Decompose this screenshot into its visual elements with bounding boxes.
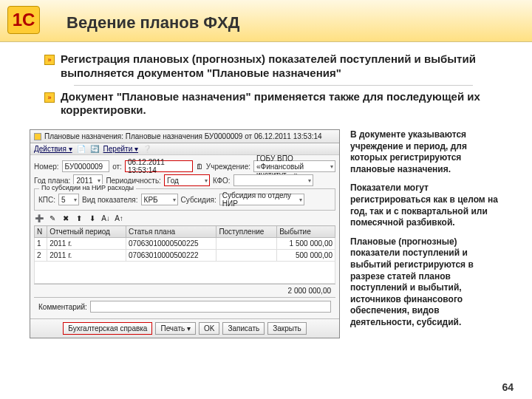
edit-icon[interactable]: ✎ bbox=[47, 213, 58, 223]
print-button[interactable]: Печать ▾ bbox=[155, 322, 196, 335]
bullet-text: Документ "Плановые назначения" применяет… bbox=[61, 90, 502, 118]
form-body: Номер: БУ0000009 от: 06.12.2011 13:53:14… bbox=[30, 155, 339, 318]
field-period[interactable]: Год bbox=[164, 174, 210, 186]
field-comment[interactable] bbox=[90, 301, 331, 313]
window: Плановые назначения: Плановые назначения… bbox=[30, 129, 340, 338]
window-titlebar: Плановые назначения: Плановые назначения… bbox=[30, 130, 339, 143]
table-row: 1 2011 г. 07063010000500225 1 500 000,00 bbox=[35, 238, 335, 250]
label-indicator: Вид показателя: bbox=[82, 196, 138, 204]
plan-table: N Отчетный период Статья плана Поступлен… bbox=[34, 225, 335, 284]
label-from: от: bbox=[112, 163, 122, 171]
side-notes: В документе указываются учреждение и пер… bbox=[350, 129, 505, 338]
table-toolbar: ➕ ✎ ✖ ⬆ ⬇ A↓ A↑ bbox=[34, 211, 335, 225]
up-icon[interactable]: ⬆ bbox=[74, 213, 84, 223]
delete-icon[interactable]: ✖ bbox=[61, 213, 71, 223]
logo-1c-icon: 1C bbox=[7, 6, 40, 34]
window-title: Плановые назначения: Плановые назначения… bbox=[44, 132, 322, 140]
footer-buttons: Бухгалтерская справка Печать ▾ OK Записа… bbox=[30, 318, 339, 338]
label-period: Периодичность: bbox=[106, 177, 161, 185]
side-p3: Плановые (прогнозные) показатели поступл… bbox=[350, 236, 505, 329]
table-row: 2 2011 г. 07063010000500222 500 000,00 bbox=[35, 250, 335, 262]
side-p2: Показатели могут регистрироваться как в … bbox=[350, 183, 505, 228]
label-org: Учреждение: bbox=[206, 163, 250, 171]
toolbar-icon[interactable]: 🔄 bbox=[90, 145, 99, 153]
label-kps: КПС: bbox=[38, 196, 55, 204]
field-indicator[interactable]: КРБ bbox=[141, 194, 178, 205]
group-title: По субсидии на НИР расходы bbox=[39, 184, 136, 191]
doc-icon bbox=[34, 133, 41, 140]
th-article[interactable]: Статья плана bbox=[126, 226, 216, 238]
th-income[interactable]: Поступление bbox=[216, 226, 277, 238]
table-total: 2 000 000,00 bbox=[34, 284, 335, 298]
logo: 1C bbox=[7, 6, 52, 38]
field-date[interactable]: 06.12.2011 13:53:14 bbox=[125, 160, 193, 172]
help-icon[interactable]: ❔ bbox=[143, 145, 151, 153]
app-screenshot: Плановые назначения: Плановые назначения… bbox=[30, 129, 340, 338]
page-number: 64 bbox=[502, 381, 514, 393]
page-title: Ведение планов ФХД bbox=[66, 4, 532, 38]
label-year: Год плана: bbox=[34, 177, 70, 185]
add-icon[interactable]: ➕ bbox=[34, 213, 44, 223]
calendar-icon[interactable]: 🗓 bbox=[196, 163, 203, 171]
save-button[interactable]: Записать bbox=[222, 322, 265, 335]
down-icon[interactable]: ⬇ bbox=[87, 213, 98, 223]
bullet-icon: » bbox=[44, 92, 55, 103]
bullet-text: Регистрация плановых (прогнозных) показа… bbox=[61, 52, 502, 81]
sort-icon[interactable]: A↑ bbox=[114, 213, 124, 223]
goto-menu[interactable]: Перейти ▾ bbox=[103, 145, 138, 153]
table-row bbox=[35, 262, 335, 284]
label-number: Номер: bbox=[34, 163, 59, 171]
th-n[interactable]: N bbox=[35, 226, 47, 238]
field-number[interactable]: БУ0000009 bbox=[62, 160, 110, 172]
th-outcome[interactable]: Выбытие bbox=[277, 226, 335, 238]
header: 1C Ведение планов ФХД bbox=[0, 0, 532, 42]
field-subsidy[interactable]: Субсидия по отделу НИР bbox=[219, 194, 304, 205]
label-comment: Комментарий: bbox=[38, 303, 87, 311]
group-subsidy: По субсидии на НИР расходы КПС: 5 Вид по… bbox=[34, 188, 335, 211]
bullet-list: » Регистрация плановых (прогнозных) пока… bbox=[0, 42, 532, 126]
label-kfo: КФО: bbox=[213, 177, 231, 185]
toolbar-icon[interactable]: 📄 bbox=[77, 145, 86, 153]
ok-button[interactable]: OK bbox=[199, 322, 219, 335]
close-button[interactable]: Закрыть bbox=[267, 322, 307, 335]
divider bbox=[74, 85, 473, 86]
side-p1: В документе указываются учреждение и пер… bbox=[350, 129, 505, 175]
sort-icon[interactable]: A↓ bbox=[100, 213, 111, 223]
label-subsidy: Субсидия: bbox=[181, 196, 216, 204]
actions-menu[interactable]: Действия ▾ bbox=[34, 145, 72, 153]
bullet-icon: » bbox=[44, 55, 55, 65]
field-kfo[interactable] bbox=[233, 174, 313, 186]
field-kps[interactable]: 5 bbox=[58, 194, 79, 205]
ref-button[interactable]: Бухгалтерская справка bbox=[63, 322, 152, 335]
th-period[interactable]: Отчетный период bbox=[47, 226, 126, 238]
field-org[interactable]: ГОБУ ВПО «Финансовый институт…» bbox=[253, 160, 335, 172]
